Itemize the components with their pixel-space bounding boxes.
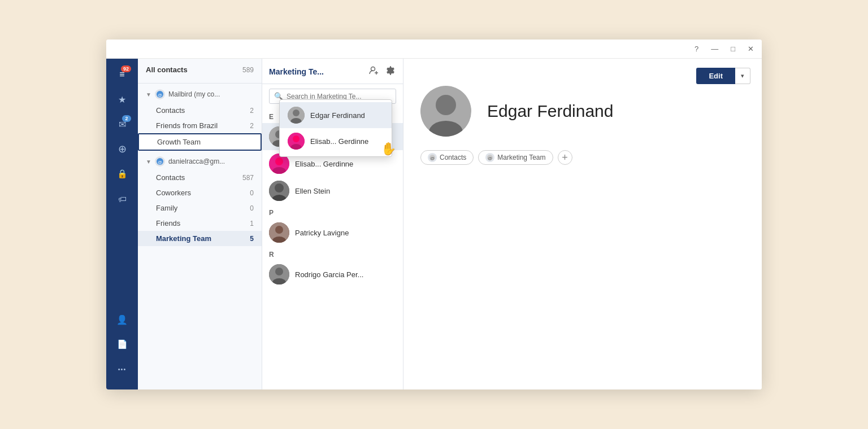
section-letter-p: P <box>262 204 403 219</box>
add-tag-button[interactable]: + <box>558 150 572 165</box>
sidebar-item-favorites[interactable]: ★ <box>111 88 133 111</box>
sidebar-item-document[interactable]: 📄 <box>111 333 133 356</box>
all-contacts-label: All contacts <box>146 65 188 74</box>
account-name-mailbird: Mailbird (my co... <box>168 90 254 98</box>
context-menu: Edgar Ferdinand Elisab... Gerdinne ✋ <box>279 99 392 157</box>
svg-text:@: @ <box>158 160 162 165</box>
group-label: Growth Team <box>157 138 201 146</box>
sidebar-item-more[interactable]: ••• <box>111 358 133 380</box>
collapse-arrow-icon: ▼ <box>146 91 151 98</box>
all-contacts-count: 589 <box>242 66 254 74</box>
group-count: 0 <box>250 189 254 197</box>
group-label: Family <box>156 204 177 212</box>
group-item-family[interactable]: Family 0 <box>138 200 262 216</box>
menu-badge: 92 <box>121 65 131 72</box>
group-label: Contacts <box>156 106 185 115</box>
contact-list-panel: All contacts 589 ▼ @ Mailbird (my co... <box>138 59 262 389</box>
tag-icon-contacts: @ <box>428 153 437 162</box>
group-label: Friends from Brazil <box>156 121 218 130</box>
svg-text:@: @ <box>158 93 162 98</box>
edit-button[interactable]: Edit <box>696 68 735 84</box>
list-item[interactable]: Patricky Lavigne <box>262 219 403 246</box>
contact-detail-avatar <box>420 86 471 137</box>
contact-name: Ellen Stein <box>295 187 330 195</box>
avatar <box>269 222 289 243</box>
group-label: Friends <box>156 219 180 227</box>
account-icon-danielracca: @ <box>155 156 165 167</box>
group-item-danielracca-contacts[interactable]: Contacts 587 <box>138 170 262 185</box>
main-layout: ≡ 92 ★ ✉ 2 ⊕ 🔒 🏷 👤 <box>106 59 762 389</box>
archive-icon: ⊕ <box>118 143 127 155</box>
add-member-button[interactable] <box>368 64 380 79</box>
section-letter-r: R <box>262 246 403 261</box>
help-button[interactable]: ? <box>692 43 701 54</box>
titlebar-controls: ? — □ ✕ <box>692 43 756 54</box>
contact-detail-name: Edgar Ferdinand <box>487 102 613 121</box>
tag-marketing-team[interactable]: @ Marketing Team <box>478 150 553 165</box>
account-icon-mailbird: @ <box>155 89 165 99</box>
account-name-danielracca: danielracca@gm... <box>168 157 254 165</box>
list-item[interactable]: Rodrigo Garcia Per... <box>262 261 403 288</box>
maximize-button[interactable]: □ <box>728 43 737 54</box>
svg-point-14 <box>275 183 284 192</box>
sidebar-item-archive[interactable]: ⊕ <box>111 138 133 160</box>
tag-icon: 🏷 <box>118 194 127 204</box>
group-count: 1 <box>250 220 254 227</box>
list-item[interactable]: Ellen Stein <box>262 177 403 204</box>
tag-contacts[interactable]: @ Contacts <box>420 150 474 165</box>
group-count: 2 <box>250 122 254 130</box>
context-menu-item-edgar[interactable]: Edgar Ferdinand <box>280 102 392 128</box>
middle-panel-header: Marketing Te... <box>262 59 403 84</box>
contact-name: Rodrigo Garcia Per... <box>295 270 363 279</box>
group-item-mailbird-contacts[interactable]: Contacts 2 <box>138 103 262 118</box>
tag-icon-marketing: @ <box>485 153 494 162</box>
sidebar-item-tags[interactable]: 🏷 <box>111 187 133 210</box>
edit-dropdown-button[interactable]: ▾ <box>735 68 750 84</box>
collapse-arrow-icon: ▼ <box>146 159 151 165</box>
account-header-danielracca[interactable]: ▼ @ danielracca@gm... <box>138 153 262 170</box>
context-item-name: Elisab... Gerdinne <box>310 137 368 146</box>
group-label: Coworkers <box>156 189 191 197</box>
minimize-button[interactable]: — <box>709 43 721 54</box>
account-section-mailbird: ▼ @ Mailbird (my co... Contacts 2 Friend… <box>138 86 262 151</box>
settings-button[interactable] <box>385 65 396 78</box>
sidebar-item-contacts[interactable]: 👤 <box>111 308 133 331</box>
group-count: 587 <box>242 174 254 182</box>
lock-icon: 🔒 <box>117 169 128 179</box>
sidebar: ≡ 92 ★ ✉ 2 ⊕ 🔒 🏷 👤 <box>106 59 138 389</box>
sidebar-item-mail[interactable]: ✉ 2 <box>111 113 133 135</box>
group-item-friends-brazil[interactable]: Friends from Brazil 2 <box>138 118 262 133</box>
contact-tags: @ Contacts @ Marketing Team + <box>420 150 745 165</box>
svg-point-29 <box>436 95 456 115</box>
group-title: Marketing Te... <box>269 67 363 76</box>
document-icon: 📄 <box>117 339 128 349</box>
group-item-coworkers[interactable]: Coworkers 0 <box>138 185 262 200</box>
group-item-friends[interactable]: Friends 1 <box>138 216 262 231</box>
group-label: Marketing Team <box>156 234 211 243</box>
context-menu-item-elisab[interactable]: Elisab... Gerdinne ✋ <box>280 128 392 154</box>
group-count: 0 <box>250 204 254 212</box>
all-contacts-row: All contacts 589 <box>146 65 254 74</box>
star-icon: ★ <box>118 94 126 105</box>
context-item-name: Edgar Ferdinand <box>310 111 365 120</box>
panel-scroll: ▼ @ Mailbird (my co... Contacts 2 Friend… <box>138 84 262 389</box>
close-button[interactable]: ✕ <box>745 43 756 54</box>
middle-contacts-panel: Marketing Te... 🔍 E <box>262 59 403 389</box>
avatar <box>269 181 289 201</box>
group-count: 5 <box>250 235 254 243</box>
group-item-growth-team[interactable]: Growth Team <box>138 133 262 151</box>
contact-name: Patricky Lavigne <box>295 229 349 237</box>
svg-point-11 <box>275 157 283 165</box>
group-item-marketing-team[interactable]: Marketing Team 5 <box>138 231 262 246</box>
avatar <box>269 264 289 284</box>
app-window: ? — □ ✕ ≡ 92 ★ ✉ 2 ⊕ 🔒 <box>106 40 762 389</box>
contact-icon: 👤 <box>116 314 128 325</box>
svg-text:@: @ <box>488 156 492 161</box>
account-header-mailbird[interactable]: ▼ @ Mailbird (my co... <box>138 86 262 103</box>
context-avatar-edgar <box>288 107 305 124</box>
sidebar-item-menu[interactable]: ≡ 92 <box>111 63 133 86</box>
account-section-danielracca: ▼ @ danielracca@gm... Contacts 587 Cowor… <box>138 153 262 246</box>
svg-text:@: @ <box>430 156 435 161</box>
sidebar-item-lock[interactable]: 🔒 <box>111 163 133 185</box>
detail-panel: Edit ▾ Edgar Ferdinand @ Contacts <box>403 59 762 389</box>
